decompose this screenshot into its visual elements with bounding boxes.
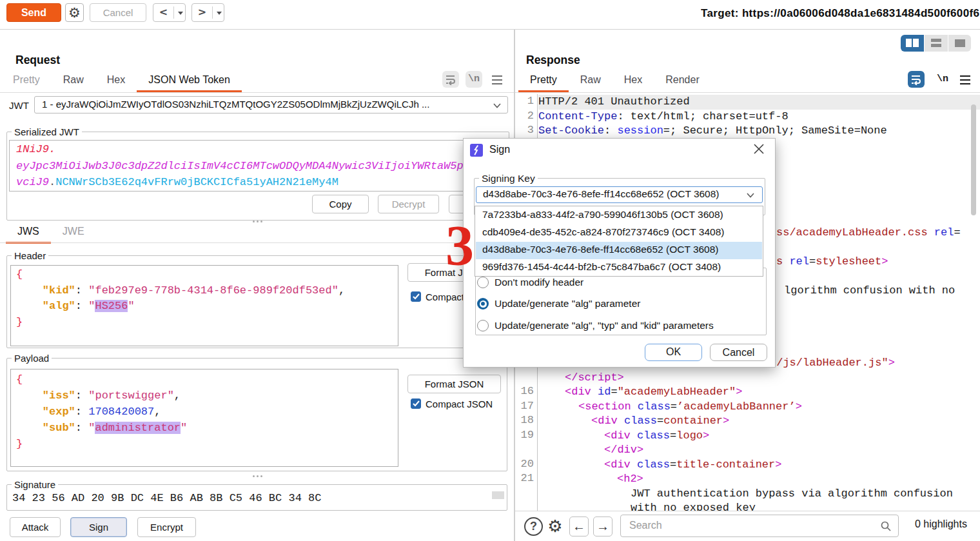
request-tab-raw[interactable]: Raw bbox=[63, 74, 84, 92]
signing-key-option[interactable]: d43d8abe-70c3-4e76-8efe-ff14cc68e652 (OC… bbox=[476, 242, 762, 259]
jwt-text-line: vciJ9.NCNWrSCb3E62q4vFRrw0jBCKCICfa51yAH… bbox=[16, 176, 338, 188]
response-wrap-toggle[interactable] bbox=[908, 71, 925, 88]
copy-button[interactable]: Copy bbox=[312, 195, 369, 213]
signing-key-select[interactable]: d43d8abe-70c3-4e76-8efe-ff14cc68e652 (OC… bbox=[476, 186, 763, 203]
line-number: 17 bbox=[516, 400, 534, 412]
signature-hex-value[interactable]: 34 23 56 AD 20 9B DC 4E B6 AB 8B C5 46 B… bbox=[12, 492, 321, 504]
decrypt-button[interactable]: Decrypt bbox=[378, 195, 439, 213]
word-wrap-icon bbox=[910, 74, 922, 85]
forward-dropdown-icon[interactable] bbox=[217, 12, 222, 15]
chevron-down-icon bbox=[747, 193, 754, 198]
jwt-text-line: eyJpc3MiOiJwb3J0c3dpZ2dlciIsImV4cCI6MTcw… bbox=[16, 160, 506, 172]
chevron-down-icon bbox=[493, 103, 501, 108]
request-tab-hex[interactable]: Hex bbox=[107, 74, 125, 92]
target-url-label: Target: https://0a06006d048da1e6831484d5… bbox=[701, 7, 980, 23]
payload-compact-json-label: Compact JSON bbox=[426, 398, 493, 409]
payload-compact-json-checkbox[interactable] bbox=[411, 398, 421, 409]
response-scrollbar[interactable] bbox=[971, 104, 976, 215]
forward-button[interactable]: > bbox=[191, 3, 224, 22]
next-match-button[interactable]: → bbox=[593, 516, 612, 536]
ok-button[interactable]: OK bbox=[645, 344, 702, 361]
jws-header-editor[interactable]: { ″kid″: ″feb297e9-778b-4314-8f6e-989f20… bbox=[10, 265, 398, 346]
response-code-line: JWT authentication bypass via algorithm … bbox=[631, 487, 953, 502]
signing-key-option[interactable]: cdb409e4-de35-452c-a824-870f273746c9 (OC… bbox=[476, 224, 762, 242]
send-button[interactable]: Send bbox=[6, 3, 61, 22]
previous-match-button[interactable]: ← bbox=[569, 516, 589, 536]
line-number: 18 bbox=[516, 414, 534, 426]
layout-single-button[interactable] bbox=[948, 35, 971, 52]
line-number: 19 bbox=[516, 429, 534, 441]
request-nonprinting-toggle[interactable]: \n bbox=[466, 71, 482, 88]
newline-icon: \n bbox=[468, 74, 480, 84]
checkmark-icon bbox=[413, 293, 420, 300]
radio-icon[interactable] bbox=[477, 277, 489, 288]
signing-key-option[interactable]: 7a7233b4-a833-44f2-a790-599046f130b5 (OC… bbox=[476, 207, 762, 224]
splitter-grip[interactable] bbox=[253, 475, 267, 478]
response-tab-raw[interactable]: Raw bbox=[580, 74, 601, 92]
top-toolbar: Send ⚙ Cancel < > Target: https://0a0600… bbox=[0, 0, 980, 30]
signature-scrollbar[interactable] bbox=[492, 491, 504, 499]
radio-icon[interactable] bbox=[477, 320, 489, 331]
response-code-line: <div class=logo> bbox=[604, 429, 709, 444]
encrypt-button[interactable]: Encrypt bbox=[137, 517, 196, 537]
help-icon[interactable]: ? bbox=[524, 517, 543, 536]
radio-selected-icon[interactable] bbox=[477, 298, 489, 310]
view-layout-toggle bbox=[901, 35, 971, 52]
send-settings-gear-icon[interactable]: ⚙ bbox=[65, 3, 84, 22]
request-menu-button[interactable] bbox=[492, 73, 502, 87]
back-dropdown-icon[interactable] bbox=[178, 12, 183, 15]
search-icon bbox=[880, 520, 892, 532]
response-code-line: r/js/labHeader.js″> bbox=[770, 356, 895, 371]
dialog-cancel-button[interactable]: Cancel bbox=[710, 344, 767, 361]
back-button[interactable]: < bbox=[153, 3, 186, 22]
layout-rows-button[interactable] bbox=[925, 35, 948, 52]
layout-columns-button[interactable] bbox=[901, 35, 924, 52]
header-compact-json-checkbox[interactable] bbox=[411, 291, 421, 302]
close-icon[interactable] bbox=[753, 143, 766, 156]
jwt-token-select[interactable]: 1 - eyJraWQiOiJmZWIyOTdlOS03NzhiLTQzMTQt… bbox=[34, 96, 508, 113]
payload-format-json-button[interactable]: Format JSON bbox=[407, 375, 501, 393]
search-input[interactable]: Search bbox=[620, 515, 899, 537]
dialog-title: Sign bbox=[489, 144, 510, 155]
signing-key-legend: Signing Key bbox=[479, 173, 538, 184]
json-editor-line: ″iss″: ″portswigger″, bbox=[16, 388, 181, 403]
response-nonprinting-toggle[interactable]: \n bbox=[934, 71, 951, 88]
request-title: Request bbox=[15, 54, 60, 67]
jws-tab-jwe[interactable]: JWE bbox=[63, 226, 84, 244]
json-editor-line: } bbox=[16, 437, 23, 451]
radio-label: Don't modify header bbox=[495, 277, 583, 288]
signing-key-select-value: d43d8abe-70c3-4e76-8efe-ff14cc68e652 (OC… bbox=[483, 188, 720, 200]
json-editor-line: ″sub″: ″administrator″ bbox=[16, 420, 187, 435]
signing-key-dropdown-list: 7a7233b4-a833-44f2-a790-599046f130b5 (OC… bbox=[475, 206, 763, 277]
request-tab-pretty[interactable]: Pretty bbox=[13, 74, 40, 92]
line-number: 21 bbox=[516, 472, 534, 484]
serialized-jwt-text: 1NiJ9.eyJpc3MiOiJwb3J0c3dpZ2dlciIsImV4cC… bbox=[16, 143, 506, 191]
back-arrow-icon: < bbox=[153, 4, 173, 21]
json-editor-line: ″alg″: ″HS256″ bbox=[16, 299, 135, 313]
signing-key-option[interactable]: 969fd376-1454-4c44-bf2b-c75c847ba6c7 (OC… bbox=[476, 259, 762, 277]
sign-dialog: Sign Signing Key d43d8abe-70c3-4e76-8efe… bbox=[463, 138, 776, 368]
serialized-jwt-legend: Serialized JWT bbox=[12, 126, 82, 137]
checkmark-icon bbox=[413, 400, 420, 407]
splitter-grip[interactable] bbox=[253, 221, 267, 223]
jws-jwe-tabs: JWSJWE bbox=[17, 226, 108, 242]
cancel-button[interactable]: Cancel bbox=[90, 3, 146, 22]
response-code-line: </script> bbox=[565, 371, 624, 386]
sign-button[interactable]: Sign bbox=[70, 517, 127, 537]
response-tab-render[interactable]: Render bbox=[665, 74, 699, 92]
attack-button[interactable]: Attack bbox=[10, 517, 61, 537]
json-editor-line: { bbox=[16, 372, 23, 387]
search-settings-gear-icon[interactable]: ⚙ bbox=[545, 515, 565, 537]
response-tab-pretty[interactable]: Pretty bbox=[530, 74, 557, 92]
response-code-line: with no exposed key bbox=[631, 501, 756, 511]
jwt-editor-lightning-icon bbox=[470, 144, 483, 157]
response-tab-hex[interactable]: Hex bbox=[624, 74, 642, 92]
response-menu-button[interactable] bbox=[960, 73, 970, 87]
jws-tab-jws[interactable]: JWS bbox=[17, 226, 39, 244]
response-search-bar: ? ⚙ ← → Search 0 highlights bbox=[515, 511, 980, 541]
request-tab-json-web-token[interactable]: JSON Web Token bbox=[148, 74, 230, 92]
request-wrap-toggle[interactable] bbox=[442, 71, 459, 88]
payload-editor[interactable]: { ″iss″: ″portswigger″, ″exp″: 170842008… bbox=[10, 369, 398, 467]
menu-icon bbox=[492, 75, 502, 77]
payload-legend: Payload bbox=[12, 353, 52, 364]
